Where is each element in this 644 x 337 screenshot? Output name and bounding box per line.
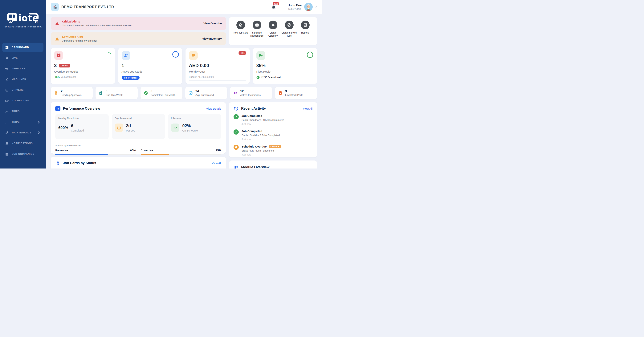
activity-texts: Schedule Overdue Overdue Brake Fluid Flu… — [242, 145, 281, 156]
metric-body: 600% 6 Completed — [58, 123, 106, 132]
sidebar-item-machines[interactable]: MACHINES — [2, 75, 44, 84]
schedule-maintenance-button[interactable]: Schedule Maintenance — [249, 20, 264, 42]
activity-item: Job Completed Danish Shaikh - 3 Jobs Com… — [234, 130, 312, 145]
alert-message: 3 parts are running low on stock — [62, 39, 97, 42]
corrective-distribution: Corrective 35% — [141, 149, 222, 155]
alert-message: You have 3 overdue maintenance schedules… — [62, 24, 133, 27]
activity-item: Schedule Overdue Overdue Brake Fluid Flu… — [234, 145, 312, 156]
sidebar-item-trips-2[interactable]: TRIPS — [2, 118, 44, 126]
avatar[interactable] — [304, 3, 313, 11]
create-service-type-button[interactable]: Create Service Type — [282, 20, 297, 42]
gauge-check-icon — [188, 91, 193, 95]
content: Critical Alerts You have 3 overdue maint… — [46, 14, 322, 168]
hourglass-icon — [54, 91, 58, 95]
distribution-name: Preventive — [55, 149, 68, 152]
percent-change-badge: +8% — [238, 51, 246, 54]
check-circle-icon — [144, 91, 148, 95]
section-title: Recent Activity — [241, 106, 266, 110]
steering-wheel-icon — [5, 88, 9, 92]
stat-value-row: AED 0.00 — [189, 63, 246, 68]
chevron-right-icon — [37, 131, 40, 134]
activity-time: Just now — [242, 138, 280, 141]
notifications-bell-button[interactable]: 622 — [272, 3, 279, 11]
chevron-down-icon[interactable] — [314, 6, 317, 8]
view-all-link[interactable]: View All — [303, 107, 312, 110]
fleet-health-donut — [306, 51, 314, 59]
progress-bar-track — [141, 154, 222, 155]
check-plus-icon — [236, 20, 245, 29]
iote-bus-logo: iote e — [6, 11, 39, 24]
clipboard-icon — [55, 160, 60, 166]
sidebar-item-label: SUB COMPANIES — [12, 153, 34, 155]
distribution-head: Corrective 35% — [141, 149, 222, 152]
quick-action-label: Create Category — [266, 31, 281, 37]
tile-label: Avg. Turnaround — [196, 94, 214, 96]
tile-label: Active Technicians — [240, 94, 260, 96]
in-progress-pill: 0 In Progress — [122, 76, 140, 80]
view-all-link[interactable]: View All — [212, 162, 221, 165]
alert-title: Low Stock Alert — [62, 35, 97, 38]
header-right: 622 John Doe Super Admin — [272, 3, 317, 11]
view-overdue-link[interactable]: View Overdue — [204, 22, 222, 25]
create-category-button[interactable]: Create Category — [266, 20, 281, 42]
trend-percent: -15% — [54, 76, 60, 78]
tile-texts: 6 Completed This Month — [150, 90, 176, 96]
efficiency-metric: Efficiency 92% On Schedule — [168, 114, 221, 139]
sidebar-item-sub-companies[interactable]: SUB COMPANIES — [2, 150, 44, 158]
sidebar-item-maintenance[interactable]: MAINTENANCE — [2, 128, 44, 137]
check-circle-icon — [234, 130, 239, 134]
tile-value: 6 — [150, 90, 176, 93]
truck-icon — [256, 51, 265, 60]
alert-texts: Low Stock Alert 3 parts are running low … — [62, 35, 97, 42]
stat-footnote: 0 In Progress — [122, 76, 179, 80]
sidebar-item-live[interactable]: LIVE — [2, 53, 44, 62]
module-overview-panel: Module Overview — [229, 160, 317, 168]
calendar-alert-icon — [234, 145, 239, 150]
recent-activity-panel: Recent Activity View All Job Completed — [229, 102, 317, 158]
activity-list: Job Completed Saqib Chaudhary - 10 Jobs … — [234, 114, 312, 156]
check-circle-icon — [256, 76, 260, 79]
distribution-percent: 35% — [216, 149, 221, 152]
sidebar-item-label: TRIPS — [12, 110, 20, 113]
sidebar-item-notifications[interactable]: NOTIFICATIONS — [2, 139, 44, 148]
activity-title: Job Completed — [242, 130, 262, 133]
tile-label: Pending Approvals — [61, 94, 82, 96]
stat-label: Active Job Cards — [122, 70, 179, 73]
plus-8-percent-badge: +8% — [238, 51, 246, 55]
metric-caption: On Schedule — [182, 129, 198, 132]
sidebar-item-trips[interactable]: TRIPS — [2, 107, 44, 116]
check-circle-icon — [234, 114, 239, 119]
panel-header: Job Cards by Status View All — [55, 160, 221, 166]
main-area: DEMO TRANSPORT PVT. LTD 622 John Doe Sup… — [46, 0, 322, 168]
sidebar-item-iot-devices[interactable]: IOT DEVICES — [2, 96, 44, 105]
bar-chart-icon — [301, 20, 310, 29]
calendar-icon — [98, 91, 103, 95]
monthly-completion-metric: Monthly Completion 600% 6 Completed — [55, 114, 109, 139]
history-refresh-icon — [234, 106, 239, 111]
reports-button[interactable]: Reports — [298, 20, 313, 42]
tile-label: Completed This Month — [150, 94, 176, 96]
section-title: Module Overview — [241, 165, 270, 168]
quick-action-label: New Job Card — [234, 31, 248, 34]
distribution-head: Preventive 65% — [55, 149, 136, 152]
quick-action-label: Reports — [301, 31, 309, 34]
sidebar-item-label: DASHBOARD — [12, 46, 29, 48]
overdue-schedules-card: 3 Critical Overdue Schedules -15% vs Las… — [51, 48, 115, 84]
view-inventory-link[interactable]: View Inventory — [202, 37, 222, 40]
sidebar-item-label: VEHICLES — [12, 67, 25, 70]
sidebar-item-drivers[interactable]: DRIVERS — [2, 86, 44, 94]
view-details-link[interactable]: View Details — [206, 107, 221, 110]
activity-title: Schedule Overdue — [242, 145, 267, 148]
quick-actions-panel: New Job Card Schedule Maintenance Create… — [229, 17, 317, 45]
stat-value: AED 0.00 — [189, 63, 209, 68]
critical-badge: Critical — [59, 64, 70, 68]
bar-chart-icon — [55, 106, 60, 111]
lower-section: Performance Overview View Details Monthl… — [51, 102, 317, 168]
preventive-distribution: Preventive 65% — [55, 149, 136, 155]
metric-label: Efficiency — [171, 117, 218, 120]
trend-caption: vs Last Month — [61, 76, 76, 78]
sidebar-item-vehicles[interactable]: VEHICLES — [2, 64, 44, 73]
sidebar-item-dashboard[interactable]: DASHBOARD — [2, 43, 44, 52]
distribution-name: Corrective — [141, 149, 153, 152]
new-job-card-button[interactable]: New Job Card — [233, 20, 248, 42]
